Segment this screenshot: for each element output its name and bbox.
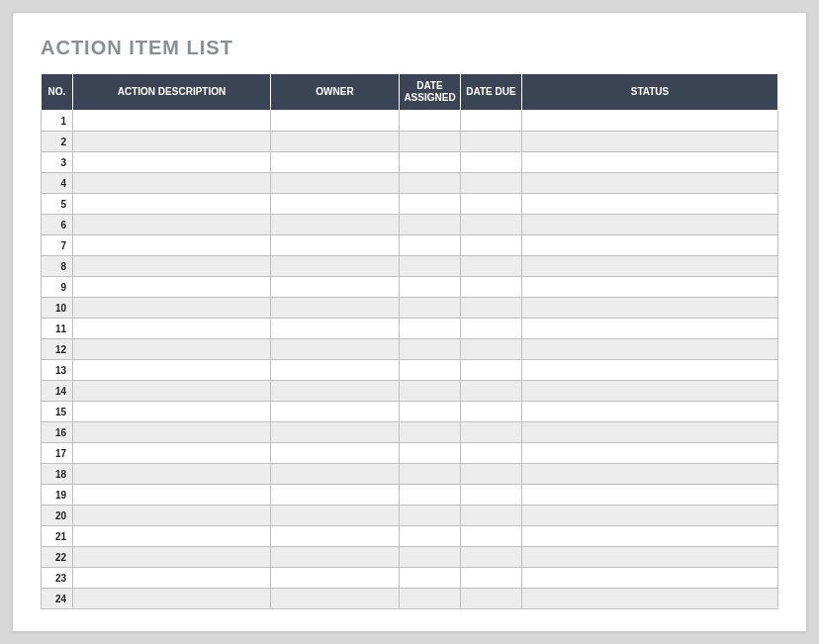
cell-date-due[interactable] — [461, 235, 522, 256]
cell-action-description[interactable] — [73, 526, 271, 547]
cell-owner[interactable] — [271, 402, 400, 422]
cell-no[interactable]: 18 — [42, 464, 73, 485]
cell-no[interactable]: 10 — [42, 298, 73, 319]
cell-no[interactable]: 24 — [42, 589, 73, 609]
cell-action-description[interactable] — [73, 319, 271, 339]
cell-date-due[interactable] — [461, 360, 522, 381]
cell-no[interactable]: 2 — [42, 132, 73, 152]
cell-action-description[interactable] — [73, 568, 271, 589]
cell-status[interactable] — [522, 526, 778, 547]
cell-status[interactable] — [522, 235, 778, 256]
cell-date-assigned[interactable] — [400, 422, 461, 443]
cell-action-description[interactable] — [73, 547, 271, 568]
cell-status[interactable] — [522, 464, 778, 485]
cell-date-due[interactable] — [461, 194, 522, 215]
cell-date-due[interactable] — [461, 506, 522, 526]
cell-status[interactable] — [522, 506, 778, 526]
cell-owner[interactable] — [271, 547, 400, 568]
cell-date-assigned[interactable] — [400, 568, 461, 589]
cell-date-due[interactable] — [461, 526, 522, 547]
cell-date-assigned[interactable] — [400, 381, 461, 402]
cell-action-description[interactable] — [73, 173, 271, 194]
cell-action-description[interactable] — [73, 152, 271, 173]
cell-no[interactable]: 8 — [42, 256, 73, 277]
cell-owner[interactable] — [271, 589, 400, 609]
cell-action-description[interactable] — [73, 422, 271, 443]
cell-no[interactable]: 12 — [42, 339, 73, 360]
cell-date-due[interactable] — [461, 111, 522, 132]
cell-date-due[interactable] — [461, 464, 522, 485]
cell-date-assigned[interactable] — [400, 132, 461, 152]
cell-status[interactable] — [522, 215, 778, 235]
cell-action-description[interactable] — [73, 235, 271, 256]
cell-date-due[interactable] — [461, 319, 522, 339]
cell-status[interactable] — [522, 194, 778, 215]
cell-owner[interactable] — [271, 152, 400, 173]
cell-status[interactable] — [522, 111, 778, 132]
cell-no[interactable]: 9 — [42, 277, 73, 298]
cell-no[interactable]: 5 — [42, 194, 73, 215]
cell-owner[interactable] — [271, 277, 400, 298]
cell-owner[interactable] — [271, 132, 400, 152]
cell-date-assigned[interactable] — [400, 173, 461, 194]
cell-status[interactable] — [522, 298, 778, 319]
cell-date-due[interactable] — [461, 173, 522, 194]
cell-date-assigned[interactable] — [400, 506, 461, 526]
cell-no[interactable]: 14 — [42, 381, 73, 402]
cell-status[interactable] — [522, 360, 778, 381]
cell-date-assigned[interactable] — [400, 360, 461, 381]
cell-no[interactable]: 17 — [42, 443, 73, 464]
cell-status[interactable] — [522, 319, 778, 339]
cell-date-assigned[interactable] — [400, 152, 461, 173]
cell-date-due[interactable] — [461, 402, 522, 422]
cell-date-due[interactable] — [461, 277, 522, 298]
cell-action-description[interactable] — [73, 132, 271, 152]
cell-no[interactable]: 15 — [42, 402, 73, 422]
cell-no[interactable]: 6 — [42, 215, 73, 235]
cell-date-due[interactable] — [461, 422, 522, 443]
cell-action-description[interactable] — [73, 381, 271, 402]
cell-no[interactable]: 19 — [42, 485, 73, 506]
cell-owner[interactable] — [271, 319, 400, 339]
cell-date-due[interactable] — [461, 256, 522, 277]
cell-action-description[interactable] — [73, 589, 271, 609]
cell-date-due[interactable] — [461, 298, 522, 319]
cell-status[interactable] — [522, 422, 778, 443]
cell-no[interactable]: 22 — [42, 547, 73, 568]
cell-no[interactable]: 13 — [42, 360, 73, 381]
cell-date-assigned[interactable] — [400, 402, 461, 422]
cell-action-description[interactable] — [73, 215, 271, 235]
cell-date-assigned[interactable] — [400, 319, 461, 339]
cell-date-due[interactable] — [461, 132, 522, 152]
cell-date-assigned[interactable] — [400, 547, 461, 568]
cell-action-description[interactable] — [73, 443, 271, 464]
cell-date-assigned[interactable] — [400, 526, 461, 547]
cell-owner[interactable] — [271, 422, 400, 443]
cell-status[interactable] — [522, 547, 778, 568]
cell-status[interactable] — [522, 402, 778, 422]
cell-owner[interactable] — [271, 235, 400, 256]
cell-owner[interactable] — [271, 464, 400, 485]
cell-date-due[interactable] — [461, 547, 522, 568]
cell-date-assigned[interactable] — [400, 235, 461, 256]
cell-owner[interactable] — [271, 485, 400, 506]
cell-status[interactable] — [522, 277, 778, 298]
cell-owner[interactable] — [271, 568, 400, 589]
cell-owner[interactable] — [271, 111, 400, 132]
cell-no[interactable]: 23 — [42, 568, 73, 589]
cell-date-assigned[interactable] — [400, 215, 461, 235]
cell-owner[interactable] — [271, 360, 400, 381]
cell-date-assigned[interactable] — [400, 277, 461, 298]
cell-owner[interactable] — [271, 194, 400, 215]
cell-no[interactable]: 16 — [42, 422, 73, 443]
cell-status[interactable] — [522, 256, 778, 277]
cell-owner[interactable] — [271, 443, 400, 464]
cell-date-due[interactable] — [461, 339, 522, 360]
cell-owner[interactable] — [271, 173, 400, 194]
cell-status[interactable] — [522, 485, 778, 506]
cell-owner[interactable] — [271, 215, 400, 235]
cell-no[interactable]: 7 — [42, 235, 73, 256]
cell-no[interactable]: 21 — [42, 526, 73, 547]
cell-date-assigned[interactable] — [400, 256, 461, 277]
cell-action-description[interactable] — [73, 111, 271, 132]
